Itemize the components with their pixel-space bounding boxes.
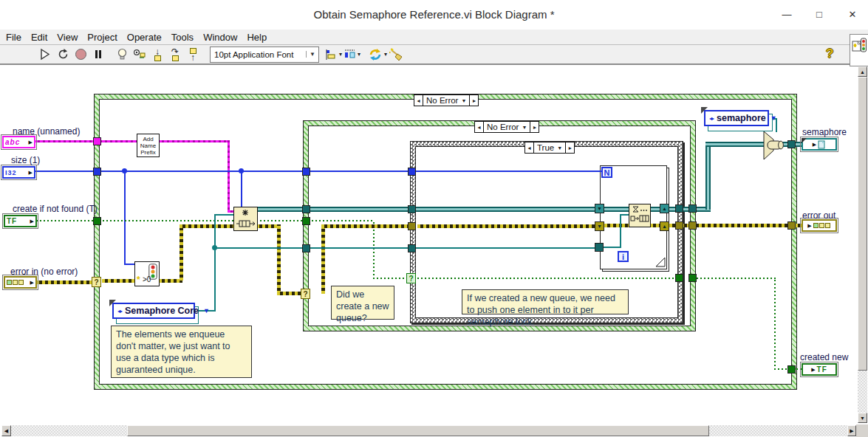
scroll-left-button[interactable]: ◀ <box>1 425 11 436</box>
inner-case-label[interactable]: ◂ True▼ ▸ <box>524 142 575 154</box>
dropdown-icon[interactable]: ▼ <box>203 307 210 314</box>
case-prev-icon[interactable]: ◂ <box>525 142 533 153</box>
middle-case-label[interactable]: ◂ No Error▼ ▸ <box>474 121 539 133</box>
wire-junction <box>212 245 217 250</box>
tunnel-error-outer <box>787 221 796 230</box>
shift-register-left-queue[interactable]: ▼ <box>595 204 604 213</box>
output-arrow-icon: ▶ <box>27 170 33 176</box>
case-next-icon[interactable]: ▸ <box>566 142 574 153</box>
error-cluster-icon <box>7 280 12 285</box>
outer-case-name: No Error <box>426 96 458 105</box>
case-prev-icon[interactable]: ◂ <box>414 95 423 106</box>
context-help-icon[interactable]: ? <box>826 47 833 61</box>
create-control-terminal[interactable]: TF ▶ <box>4 215 37 227</box>
wire-junction <box>239 168 244 173</box>
shift-register-left-error[interactable]: ▼ <box>595 221 604 231</box>
semaphore-type-constant[interactable]: ◂▸ semaphore ▼ <box>704 110 769 128</box>
typedef-fold-icon <box>701 107 708 114</box>
step-over-button[interactable]: ↷ <box>167 47 183 63</box>
shift-register-right-queue[interactable]: ▲ <box>660 204 669 213</box>
type-cast-funnel-icon[interactable] <box>762 131 787 160</box>
case-prev-icon[interactable]: ◂ <box>475 122 483 132</box>
vi-icon[interactable] <box>850 34 868 66</box>
loop-iteration-terminal[interactable]: i <box>618 251 629 262</box>
tunnel-element-mid <box>302 244 310 252</box>
menu-window[interactable]: Window <box>203 32 237 43</box>
wire-created-new-bool <box>774 278 776 370</box>
abort-button[interactable] <box>72 47 89 63</box>
name-control-terminal[interactable]: abc ▶ <box>2 136 35 148</box>
horizontal-scrollbar-track[interactable] <box>709 425 847 436</box>
font-selector[interactable]: 10pt Application Font ▼ <box>210 47 319 63</box>
tunnel-created-mid <box>302 217 310 225</box>
case-dropdown-icon[interactable]: ▼ <box>557 145 562 151</box>
scroll-down-button[interactable]: ▼ <box>858 413 867 423</box>
retain-wire-values-button[interactable] <box>131 47 148 63</box>
window-title: Obtain Semaphore Reference.vi Block Diag… <box>0 8 868 21</box>
horizontal-scrollbar-thumb[interactable] <box>127 425 709 436</box>
menu-project[interactable]: Project <box>87 32 117 43</box>
tunnel-queue-mid <box>302 205 310 213</box>
vi-icon-graphic <box>852 37 867 63</box>
loop-count-terminal[interactable]: N <box>601 167 612 178</box>
tunnel-element-inner <box>408 244 416 252</box>
minimize-button[interactable]: — <box>778 7 796 22</box>
close-button[interactable]: ✕ <box>844 7 861 22</box>
run-button[interactable] <box>37 47 53 63</box>
horizontal-scrollbar-track[interactable] <box>11 425 127 436</box>
semaphore-indicator-terminal[interactable]: ▶ <box>802 138 837 151</box>
semaphore-core-constant[interactable]: ◂▸ Semaphore Core ▼ <box>112 303 195 320</box>
reorder-button[interactable]: ▾ <box>368 47 387 63</box>
tunnel-created-out2 <box>688 274 697 282</box>
scroll-right-button[interactable]: ▶ <box>847 425 856 436</box>
step-out-button[interactable]: ↑ <box>185 47 201 63</box>
vertical-scrollbar-thumb[interactable] <box>858 77 867 371</box>
created-new-indicator-terminal[interactable]: ▶ TF <box>802 363 837 376</box>
case-next-icon[interactable]: ▸ <box>470 95 478 106</box>
wire-size-i32 <box>310 171 603 172</box>
case-dropdown-icon[interactable]: ▼ <box>522 125 527 130</box>
broom-icon <box>389 48 404 61</box>
error-in-control-terminal[interactable]: ▶ <box>4 276 37 289</box>
refnum-page-icon <box>818 140 826 149</box>
font-selector-dropdown-icon[interactable]: ▼ <box>306 51 318 58</box>
wire-element-type <box>214 215 216 312</box>
run-continuous-button[interactable] <box>55 47 71 63</box>
case-next-icon[interactable]: ▸ <box>530 122 539 132</box>
menu-view[interactable]: View <box>57 32 78 43</box>
align-objects-button[interactable]: ▾ <box>325 47 342 63</box>
outer-case-label[interactable]: ◂ No Error▼ ▸ <box>414 94 479 106</box>
menu-file[interactable]: File <box>6 32 21 43</box>
retain-wire-values-icon <box>133 49 146 61</box>
reorder-icon <box>368 48 383 61</box>
error-out-indicator-terminal[interactable]: ▶ <box>802 219 837 232</box>
shift-register-right-error[interactable]: ▲ <box>660 221 669 231</box>
create-label: create if not found (T) <box>13 204 98 214</box>
menu-tools[interactable]: Tools <box>171 32 194 43</box>
size-control-terminal[interactable]: I32 ▶ <box>2 166 35 179</box>
case-dropdown-icon[interactable]: ▼ <box>461 98 466 103</box>
step-into-button[interactable]: ↓ <box>149 47 165 63</box>
pause-button[interactable] <box>90 47 106 63</box>
wire-error <box>180 224 183 281</box>
scrollbar-corner <box>856 424 868 437</box>
ring-glyph-icon: ◂▸ <box>709 115 714 122</box>
validate-size-subvi[interactable]: * >0 <box>134 261 160 286</box>
highlight-execution-button[interactable] <box>114 47 130 63</box>
cleanup-diagram-button[interactable] <box>389 47 405 63</box>
menu-operate[interactable]: Operate <box>127 32 162 43</box>
dropdown-icon[interactable]: ▼ <box>770 114 777 122</box>
wire-error <box>321 226 325 294</box>
wire-error <box>277 292 301 295</box>
obtain-queue-node[interactable] <box>233 207 258 231</box>
vertical-scrollbar-track[interactable] <box>858 371 867 413</box>
maximize-button[interactable]: □ <box>810 7 828 22</box>
add-name-prefix-subvi[interactable]: Add Name Prefix <box>137 134 160 157</box>
tunnel-error-out2 <box>688 221 697 230</box>
enqueue-element-node[interactable] <box>629 204 651 227</box>
tunnel-created-out1 <box>675 274 683 282</box>
menu-help[interactable]: Help <box>247 32 267 43</box>
scroll-up-button[interactable]: ▲ <box>858 66 867 77</box>
menu-edit[interactable]: Edit <box>31 32 47 43</box>
distribute-objects-button[interactable]: ▾ <box>344 47 360 63</box>
